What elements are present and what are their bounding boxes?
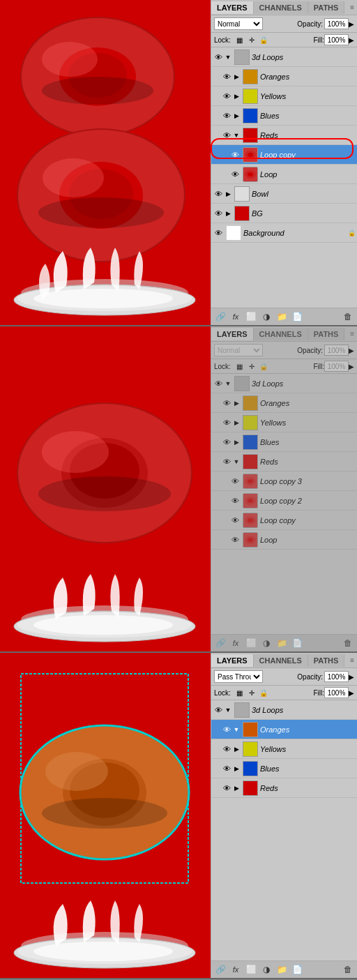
- visibility-icon-loop-2[interactable]: 👁: [229, 534, 241, 545]
- blend-mode-select-3[interactable]: Pass Through Normal Multiply: [214, 670, 263, 683]
- folder-icon-1[interactable]: 📁: [275, 310, 288, 323]
- layer-item-background-1[interactable]: 👁 Background 🔒: [211, 223, 357, 243]
- expand-icon-reds-1[interactable]: ▼: [232, 131, 241, 140]
- tab-channels-3[interactable]: CHANNELS: [254, 654, 308, 667]
- visibility-icon-yellows-1[interactable]: 👁: [221, 91, 232, 102]
- layer-item-blues-3[interactable]: 👁 ▶ Blues: [211, 759, 357, 778]
- layer-item-oranges-1[interactable]: 👁 ▶ Oranges: [211, 67, 357, 86]
- link-icon-1[interactable]: 🔗: [214, 310, 227, 323]
- adjustment-icon-1[interactable]: ◑: [260, 310, 273, 323]
- tab-layers-1[interactable]: LAYERS: [211, 1, 254, 14]
- layer-item-loop-2[interactable]: 👁 Loop: [211, 530, 357, 550]
- visibility-icon-loop-copy-2[interactable]: 👁: [229, 515, 241, 526]
- fx-icon-1[interactable]: fx: [229, 310, 242, 323]
- delete-icon-2[interactable]: 🗑: [342, 637, 354, 649]
- fill-arrow-1[interactable]: ▶: [349, 36, 354, 44]
- tab-layers-2[interactable]: LAYERS: [211, 328, 254, 340]
- link-icon-2[interactable]: 🔗: [214, 637, 227, 649]
- opacity-input-3[interactable]: [324, 671, 349, 682]
- visibility-icon-background-1[interactable]: 👁: [213, 227, 224, 239]
- panel-menu-icon-3[interactable]: ≡: [350, 656, 357, 664]
- delete-icon-1[interactable]: 🗑: [342, 310, 354, 323]
- expand-icon-bowl-1[interactable]: ▶: [224, 190, 232, 198]
- new-layer-icon-1[interactable]: 📄: [291, 310, 303, 323]
- layer-item-loop-copy-1[interactable]: 👁 Loop copy: [211, 145, 357, 165]
- tab-paths-1[interactable]: PATHS: [308, 1, 345, 14]
- visibility-icon-blues-3[interactable]: 👁: [221, 763, 232, 774]
- layer-item-loop-copy-3-2[interactable]: 👁 Loop copy 3: [211, 472, 357, 491]
- visibility-icon-3d-loops-2[interactable]: 👁: [213, 378, 224, 389]
- blend-mode-select-1[interactable]: Normal Pass Through Multiply Screen: [214, 17, 263, 30]
- visibility-icon-oranges-1[interactable]: 👁: [221, 71, 232, 82]
- tab-layers-3[interactable]: LAYERS: [211, 654, 254, 667]
- visibility-icon-reds-3[interactable]: 👁: [221, 783, 232, 794]
- fill-arrow-3[interactable]: ▶: [349, 689, 354, 697]
- expand-icon-reds-3[interactable]: ▶: [232, 784, 241, 792]
- fx-icon-2[interactable]: fx: [229, 637, 242, 649]
- folder-icon-3[interactable]: 📁: [275, 963, 288, 976]
- expand-icon-yellows-1[interactable]: ▶: [232, 92, 241, 100]
- visibility-icon-bg-1[interactable]: 👁: [213, 208, 224, 219]
- fill-input-2[interactable]: [324, 361, 349, 372]
- layer-item-3d-loops-1[interactable]: 👁 ▼ 3d Loops: [211, 47, 357, 67]
- lock-pixels-icon-3[interactable]: ▦: [235, 688, 245, 698]
- layer-item-bg-1[interactable]: 👁 ▶ BG: [211, 204, 357, 223]
- lock-all-icon-2[interactable]: 🔒: [259, 361, 268, 371]
- delete-icon-3[interactable]: 🗑: [342, 963, 354, 976]
- tab-channels-1[interactable]: CHANNELS: [254, 1, 308, 14]
- expand-icon-blues-3[interactable]: ▶: [232, 764, 241, 773]
- layer-item-oranges-2[interactable]: 👁 ▶ Oranges: [211, 393, 357, 413]
- panel-menu-icon-1[interactable]: ≡: [350, 3, 357, 11]
- blend-mode-select-2[interactable]: Normal: [214, 344, 263, 356]
- expand-icon-bg-1[interactable]: ▶: [224, 209, 232, 218]
- visibility-icon-3d-loops-1[interactable]: 👁: [213, 52, 224, 63]
- expand-icon-yellows-3[interactable]: ▶: [232, 745, 241, 753]
- lock-all-icon-1[interactable]: 🔒: [259, 35, 268, 45]
- layer-item-yellows-3[interactable]: 👁 ▶ Yellows: [211, 739, 357, 759]
- expand-icon-reds-2[interactable]: ▼: [232, 458, 241, 466]
- layer-item-reds-1[interactable]: 👁 ▼ Reds: [211, 126, 357, 145]
- layer-item-loop-copy-2[interactable]: 👁 Loop copy: [211, 511, 357, 530]
- visibility-icon-blues-2[interactable]: 👁: [221, 437, 232, 448]
- lock-pixels-icon-2[interactable]: ▦: [235, 361, 245, 371]
- expand-icon-oranges-2[interactable]: ▶: [232, 399, 241, 407]
- visibility-icon-loop-copy-2-2[interactable]: 👁: [229, 495, 241, 506]
- mask-icon-2[interactable]: ⬜: [245, 637, 257, 649]
- expand-icon-blues-2[interactable]: ▶: [232, 438, 241, 446]
- expand-icon-oranges-3[interactable]: ▼: [232, 725, 241, 734]
- tab-paths-3[interactable]: PATHS: [308, 654, 345, 667]
- new-layer-icon-3[interactable]: 📄: [291, 963, 303, 976]
- panel-menu-icon-2[interactable]: ≡: [350, 330, 357, 338]
- tab-paths-2[interactable]: PATHS: [308, 328, 345, 340]
- visibility-icon-loop-1[interactable]: 👁: [229, 169, 241, 180]
- lock-all-icon-3[interactable]: 🔒: [259, 688, 268, 698]
- folder-icon-2[interactable]: 📁: [275, 637, 288, 649]
- opacity-arrow-1[interactable]: ▶: [349, 20, 354, 28]
- visibility-icon-loop-copy-1[interactable]: 👁: [229, 149, 241, 160]
- layer-item-blues-1[interactable]: 👁 ▶ Blues: [211, 106, 357, 126]
- layer-item-loop-1[interactable]: 👁 Loop: [211, 165, 357, 184]
- link-icon-3[interactable]: 🔗: [214, 963, 227, 976]
- new-layer-icon-2[interactable]: 📄: [291, 637, 303, 649]
- layer-item-oranges-3[interactable]: 👁 ▼ Oranges: [211, 720, 357, 739]
- opacity-input-1[interactable]: [324, 18, 349, 29]
- visibility-icon-yellows-2[interactable]: 👁: [221, 417, 232, 428]
- adjustment-icon-2[interactable]: ◑: [260, 637, 273, 649]
- visibility-icon-yellows-3[interactable]: 👁: [221, 744, 232, 755]
- opacity-arrow-3[interactable]: ▶: [349, 673, 354, 681]
- layer-item-reds-3[interactable]: 👁 ▶ Reds: [211, 778, 357, 798]
- layer-item-reds-2[interactable]: 👁 ▼ Reds: [211, 452, 357, 472]
- visibility-icon-3d-loops-3[interactable]: 👁: [213, 704, 224, 716]
- visibility-icon-blues-1[interactable]: 👁: [221, 110, 232, 121]
- expand-icon-3d-loops-3[interactable]: ▼: [224, 706, 232, 714]
- layer-item-bowl-1[interactable]: 👁 ▶ Bowl: [211, 184, 357, 204]
- expand-icon-oranges-1[interactable]: ▶: [232, 73, 241, 81]
- lock-position-icon-2[interactable]: ✛: [247, 361, 257, 371]
- visibility-icon-bowl-1[interactable]: 👁: [213, 188, 224, 199]
- layer-item-blues-2[interactable]: 👁 ▶ Blues: [211, 432, 357, 452]
- visibility-icon-oranges-3[interactable]: 👁: [221, 724, 232, 735]
- fill-input-1[interactable]: [324, 34, 349, 45]
- layer-item-3d-loops-3[interactable]: 👁 ▼ 3d Loops: [211, 700, 357, 720]
- lock-pixels-icon-1[interactable]: ▦: [235, 35, 245, 45]
- visibility-icon-loop-copy-3-2[interactable]: 👁: [229, 476, 241, 487]
